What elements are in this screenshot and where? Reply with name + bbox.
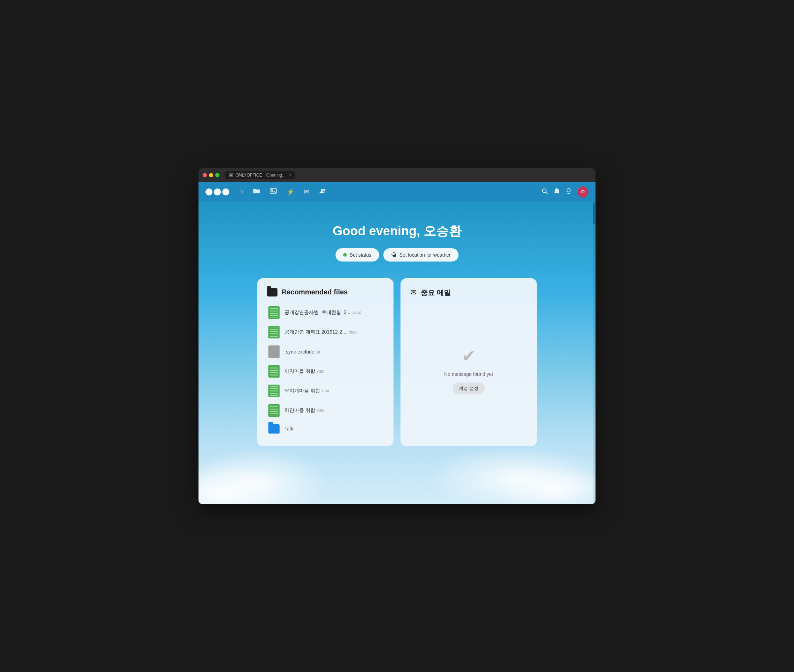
scrollbar[interactable] — [593, 202, 596, 504]
set-weather-button[interactable]: 🌤 Set location for weather — [383, 248, 459, 262]
tab-label: Opening... — [266, 173, 286, 178]
xlsx-icon — [268, 385, 280, 397]
svg-point-5 — [542, 189, 546, 193]
search-icon[interactable] — [542, 188, 548, 196]
list-item[interactable]: Talk — [267, 421, 384, 436]
nav-mail-icon[interactable]: ✉ — [304, 188, 309, 196]
titlebar: ONLYOFFICE Opening... × — [198, 168, 596, 182]
tab-app-name: ONLYOFFICE — [236, 173, 262, 178]
nav-photos-icon[interactable] — [270, 188, 277, 196]
mail-icon: ✉ — [410, 288, 417, 297]
weather-emoji: 🌤 — [391, 252, 397, 258]
no-message-text: No message found yet — [444, 371, 493, 377]
folder-blue-icon — [268, 424, 280, 434]
nav-dashboard-icon[interactable]: ○ — [239, 188, 243, 196]
main-content: Good evening, 오승환 Set status 🌤 Set locat… — [198, 202, 596, 504]
list-item[interactable]: 하얀마을 취합.xlsx — [267, 402, 384, 419]
file-name: 하얀마을 취합.xlsx — [284, 407, 324, 414]
list-item[interactable]: 무지개마을 취합.xlsx — [267, 382, 384, 400]
svg-line-6 — [546, 192, 548, 194]
mail-empty-state: ✔ No message found yet 계정 설정 — [410, 304, 527, 436]
download-icon[interactable] — [566, 188, 572, 196]
logo-circle-2 — [214, 189, 221, 195]
cards-container: Recommended files 공개강연골자별_초대현황_2... .xls… — [257, 278, 537, 446]
list-item[interactable]: .sync-exclude.lst — [267, 342, 384, 361]
xlsx-icon — [268, 326, 280, 338]
notifications-icon[interactable] — [554, 188, 560, 196]
folder-icon — [267, 288, 278, 296]
minimize-button[interactable] — [209, 173, 213, 177]
xlsx-icon — [268, 404, 280, 417]
lst-icon — [268, 346, 280, 358]
nav-contacts-icon[interactable] — [319, 188, 327, 196]
checkmark-icon: ✔ — [462, 346, 476, 366]
maximize-button[interactable] — [215, 173, 219, 177]
action-buttons: Set status 🌤 Set location for weather — [335, 248, 458, 262]
logo-circle-3 — [222, 189, 229, 195]
svg-point-3 — [321, 189, 323, 191]
status-indicator — [343, 253, 347, 257]
recommended-files-card: Recommended files 공개강연골자별_초대현황_2... .xls… — [257, 278, 393, 446]
file-list: 공개강연골자별_초대현황_2... .xlsx 공개강연 계획표 201912-… — [267, 304, 384, 436]
navbar: ○ ⚡ ✉ — [198, 182, 596, 202]
nav-activity-icon[interactable]: ⚡ — [287, 188, 294, 196]
logo[interactable] — [206, 189, 229, 195]
mail-card-title: 중요 메일 — [421, 288, 451, 298]
list-item[interactable]: 까치마을 취합.xlsx — [267, 362, 384, 381]
file-name: 까치마을 취합.xlsx — [284, 368, 324, 374]
account-settings-button[interactable]: 계정 설정 — [452, 382, 485, 394]
close-button[interactable] — [203, 173, 207, 177]
nav-files-icon[interactable] — [253, 188, 260, 196]
files-card-header: Recommended files — [267, 288, 384, 296]
mail-card: ✉ 중요 메일 ✔ No message found yet 계정 설정 — [401, 278, 537, 446]
set-status-button[interactable]: Set status — [335, 248, 379, 262]
xlsx-icon — [268, 365, 280, 378]
file-name: 공개강연 계획표 201912-2... .xlsx — [284, 329, 357, 335]
file-name: 무지개마을 취합.xlsx — [284, 388, 329, 394]
list-item[interactable]: 공개강연골자별_초대현황_2... .xlsx — [267, 304, 384, 322]
nav-right: O — [542, 186, 588, 198]
xlsx-icon — [268, 306, 280, 319]
mail-card-header: ✉ 중요 메일 — [410, 288, 527, 298]
logo-circle-1 — [206, 189, 212, 195]
files-card-title: Recommended files — [282, 288, 348, 296]
set-status-label: Set status — [350, 252, 371, 258]
traffic-lights — [203, 173, 219, 177]
file-name: 공개강연골자별_초대현황_2... .xlsx — [284, 309, 361, 316]
file-name: .sync-exclude.lst — [284, 349, 320, 355]
tab-close-button[interactable]: × — [289, 173, 291, 177]
app-window: ONLYOFFICE Opening... × ○ ⚡ ✉ — [198, 168, 596, 504]
set-weather-label: Set location for weather — [399, 252, 451, 258]
svg-point-4 — [323, 189, 325, 191]
svg-point-7 — [567, 189, 570, 192]
app-tab[interactable]: ONLYOFFICE Opening... × — [225, 171, 295, 179]
scrollbar-thumb[interactable] — [593, 203, 595, 224]
file-name: Talk — [284, 426, 293, 432]
user-avatar[interactable]: O — [577, 186, 588, 198]
greeting-text: Good evening, 오승환 — [333, 223, 461, 240]
list-item[interactable]: 공개강연 계획표 201912-2... .xlsx — [267, 323, 384, 341]
